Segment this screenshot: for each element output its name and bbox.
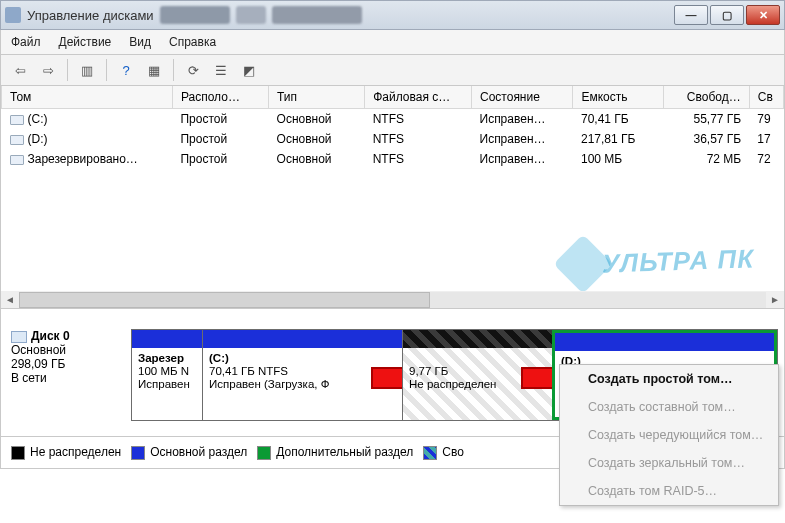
blur-decor — [236, 6, 266, 24]
watermark: УЛЬТРА ПК — [601, 243, 754, 279]
help-icon[interactable]: ? — [115, 59, 137, 81]
cell-free: 36,57 ГБ — [664, 129, 749, 149]
part-state: Исправен (Загрузка, Ф — [209, 378, 396, 390]
minimize-button[interactable]: — — [674, 5, 708, 25]
cell-state: Исправен… — [472, 109, 573, 130]
cell-name: (D:) — [28, 132, 48, 146]
annotation-arrow-icon — [520, 354, 552, 402]
menu-create-raid5-volume: Создать том RAID-5… — [560, 477, 778, 505]
titlebar: Управление дисками — ▢ ✕ — [0, 0, 785, 30]
volume-icon — [10, 115, 24, 125]
annotation-arrow-icon — [370, 354, 402, 402]
context-menu: Создать простой том… Создать составной т… — [559, 364, 779, 506]
cell-free: 55,77 ГБ — [664, 109, 749, 130]
table-header-row: Том Располо… Тип Файловая с… Состояние Е… — [2, 86, 784, 109]
col-free[interactable]: Свобод… — [664, 86, 749, 109]
table-row[interactable]: (D:) Простой Основной NTFS Исправен… 217… — [2, 129, 784, 149]
partition-unallocated[interactable]: 9,77 ГБ Не распределен — [402, 330, 552, 420]
blur-decor — [272, 6, 362, 24]
partition-reserved[interactable]: Зарезер 100 МБ N Исправен — [132, 330, 202, 420]
scroll-left-icon[interactable]: ◄ — [1, 292, 19, 308]
disk-type: Основной — [11, 343, 123, 357]
toolbar: ⇦ ⇨ ▥ ? ▦ ⟳ ☰ ◩ — [0, 54, 785, 86]
scroll-thumb[interactable] — [19, 292, 430, 308]
legend-extended: Дополнительный раздел — [257, 445, 413, 460]
cell-capacity: 100 МБ — [573, 149, 664, 169]
col-type[interactable]: Тип — [269, 86, 365, 109]
cell-pct: 79 — [749, 109, 783, 130]
table-row[interactable]: (C:) Простой Основной NTFS Исправен… 70,… — [2, 109, 784, 130]
app-icon — [5, 7, 21, 23]
disk-info[interactable]: Диск 0 Основной 298,09 ГБ В сети — [7, 325, 127, 430]
partition-c[interactable]: (C:) 70,41 ГБ NTFS Исправен (Загрузка, Ф — [202, 330, 402, 420]
disk-icon — [11, 331, 27, 343]
cell-name: (C:) — [28, 112, 48, 126]
menu-file[interactable]: Файл — [11, 35, 41, 49]
volume-icon — [10, 155, 24, 165]
window-buttons: — ▢ ✕ — [674, 5, 780, 25]
part-size: 70,41 ГБ NTFS — [209, 365, 396, 377]
legend-primary: Основной раздел — [131, 445, 247, 460]
col-fs[interactable]: Файловая с… — [365, 86, 472, 109]
col-volume[interactable]: Том — [2, 86, 173, 109]
col-pct[interactable]: Св — [749, 86, 783, 109]
disk-status: В сети — [11, 371, 123, 385]
panes-icon[interactable]: ▥ — [76, 59, 98, 81]
cell-pct: 72 — [749, 149, 783, 169]
window-title: Управление дисками — [27, 8, 154, 23]
misc-icon[interactable]: ◩ — [238, 59, 260, 81]
table-row[interactable]: Зарезервировано… Простой Основной NTFS И… — [2, 149, 784, 169]
col-capacity[interactable]: Емкость — [573, 86, 664, 109]
cell-state: Исправен… — [472, 129, 573, 149]
cell-type: Основной — [269, 109, 365, 130]
cell-fs: NTFS — [365, 129, 472, 149]
part-title: (C:) — [209, 352, 229, 364]
menu-action[interactable]: Действие — [59, 35, 112, 49]
disk-label: Диск 0 — [31, 329, 70, 343]
col-state[interactable]: Состояние — [472, 86, 573, 109]
cell-layout: Простой — [172, 149, 268, 169]
volume-grid: Том Располо… Тип Файловая с… Состояние Е… — [0, 86, 785, 291]
cell-fs: NTFS — [365, 149, 472, 169]
cell-free: 72 МБ — [664, 149, 749, 169]
menu-create-striped-volume: Создать чередующийся том… — [560, 421, 778, 449]
calendar-icon[interactable]: ▦ — [143, 59, 165, 81]
menu-help[interactable]: Справка — [169, 35, 216, 49]
forward-button[interactable]: ⇨ — [37, 59, 59, 81]
cell-capacity: 217,81 ГБ — [573, 129, 664, 149]
cell-fs: NTFS — [365, 109, 472, 130]
cell-layout: Простой — [172, 129, 268, 149]
volume-icon — [10, 135, 24, 145]
legend-free: Сво — [423, 445, 464, 460]
part-size: 100 МБ N — [138, 365, 196, 377]
scroll-right-icon[interactable]: ► — [766, 292, 784, 308]
blur-decor — [160, 6, 230, 24]
part-title: Зарезер — [138, 352, 184, 364]
cell-pct: 17 — [749, 129, 783, 149]
list-icon[interactable]: ☰ — [210, 59, 232, 81]
menu-create-spanned-volume: Создать составной том… — [560, 393, 778, 421]
back-button[interactable]: ⇦ — [9, 59, 31, 81]
col-layout[interactable]: Располо… — [172, 86, 268, 109]
menu-view[interactable]: Вид — [129, 35, 151, 49]
cell-capacity: 70,41 ГБ — [573, 109, 664, 130]
menu-create-simple-volume[interactable]: Создать простой том… — [560, 365, 778, 393]
close-button[interactable]: ✕ — [746, 5, 780, 25]
maximize-button[interactable]: ▢ — [710, 5, 744, 25]
menu-create-mirror-volume: Создать зеркальный том… — [560, 449, 778, 477]
cell-state: Исправен… — [472, 149, 573, 169]
cell-type: Основной — [269, 149, 365, 169]
refresh-icon[interactable]: ⟳ — [182, 59, 204, 81]
legend-unallocated: Не распределен — [11, 445, 121, 460]
part-state: Исправен — [138, 378, 196, 390]
cell-layout: Простой — [172, 109, 268, 130]
horizontal-scrollbar[interactable]: ◄ ► — [0, 291, 785, 309]
cell-type: Основной — [269, 129, 365, 149]
menubar: Файл Действие Вид Справка — [0, 30, 785, 54]
disk-size: 298,09 ГБ — [11, 357, 123, 371]
cell-name: Зарезервировано… — [28, 152, 138, 166]
